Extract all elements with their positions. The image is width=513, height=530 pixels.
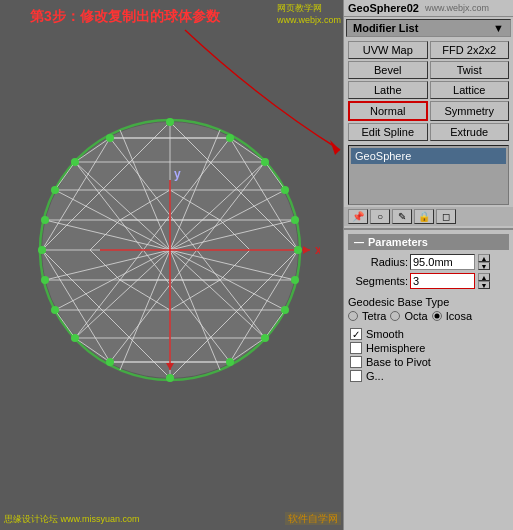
edit-spline-button[interactable]: Edit Spline [348,123,428,141]
gen-mapping-label: G... [366,370,384,382]
octa-radio[interactable] [390,311,400,321]
modifier-list-header[interactable]: Modifier List ▼ [346,19,511,37]
svg-point-68 [71,334,79,342]
lattice-button[interactable]: Lattice [430,81,510,99]
radius-row: Radius: ▲ ▼ [348,254,509,270]
svg-point-58 [166,118,174,126]
stack-toolbar: 📌 ○ ✎ 🔒 ◻ [344,207,513,226]
segments-label: Segments: [348,275,408,287]
svg-point-59 [166,374,174,382]
svg-text:x: x [315,243,320,257]
extrude-button[interactable]: Extrude [430,123,510,141]
svg-point-67 [261,158,269,166]
pin-button[interactable]: 📌 [348,209,368,224]
svg-point-75 [291,216,299,224]
octa-label: Octa [404,310,427,322]
svg-point-62 [106,134,114,142]
geosphere-svg: x y [20,100,320,400]
symmetry-button[interactable]: Symmetry [430,101,510,121]
hemisphere-label: Hemisphere [366,342,425,354]
parameters-section: — Parameters Radius: ▲ ▼ Segments: ▲ ▼ [344,232,513,294]
svg-point-64 [106,358,114,366]
icosa-radio[interactable] [432,311,442,321]
svg-point-77 [291,276,299,284]
gen-mapping-checkbox[interactable] [350,370,362,382]
stack-item-geosphere[interactable]: GeoSphere [351,148,506,164]
uvw-map-button[interactable]: UVW Map [348,41,428,59]
lock-button[interactable]: 🔒 [414,209,434,224]
svg-point-76 [41,276,49,284]
segments-up-button[interactable]: ▲ [478,273,490,281]
svg-point-66 [71,158,79,166]
svg-marker-54 [303,246,310,254]
radius-spinner: ▲ ▼ [478,254,490,270]
edit-button[interactable]: ✎ [392,209,412,224]
modifier-list-dropdown-icon: ▼ [493,22,504,34]
panel-title-bar: GeoSphere02 www.webjx.com [344,0,513,17]
geodesic-section: Geodesic Base Type Tetra Octa Icosa [344,294,513,326]
gen-mapping-row: G... [348,370,509,382]
main-container: 第3步：修改复制出的球体参数 网页教学网 www.webjx.com [0,0,513,530]
segments-row: Segments: ▲ ▼ [348,273,509,289]
display-button[interactable]: ◻ [436,209,456,224]
smooth-checkbox[interactable] [350,328,362,340]
hemisphere-row: Hemisphere [348,342,509,354]
base-to-pivot-label: Base to Pivot [366,356,431,368]
svg-point-69 [261,334,269,342]
hemisphere-checkbox[interactable] [350,342,362,354]
ffd-button[interactable]: FFD 2x2x2 [430,41,510,59]
twist-button[interactable]: Twist [430,61,510,79]
modifier-buttons-grid: UVW Map FFD 2x2x2 Bevel Twist Lathe Latt… [344,39,513,143]
radius-label: Radius: [348,256,408,268]
svg-point-65 [226,358,234,366]
radius-input[interactable] [410,254,475,270]
sphere-container: x y [10,30,330,470]
segments-spinner: ▲ ▼ [478,273,490,289]
svg-marker-79 [330,140,340,155]
base-to-pivot-row: Base to Pivot [348,356,509,368]
svg-text:y: y [174,167,181,181]
collapse-button[interactable]: — [354,237,364,248]
instruction-text: 第3步：修改复制出的球体参数 [30,8,220,26]
normal-button[interactable]: Normal [348,101,428,121]
geodesic-radio-row: Tetra Octa Icosa [348,310,509,322]
section-divider [344,228,513,230]
modifier-stack: GeoSphere [348,145,509,205]
watermark-top: 网页教学网 www.webjx.com [277,2,341,25]
base-to-pivot-checkbox[interactable] [350,356,362,368]
bevel-button[interactable]: Bevel [348,61,428,79]
svg-point-71 [281,186,289,194]
svg-point-61 [294,246,302,254]
lathe-button[interactable]: Lathe [348,81,428,99]
radius-down-button[interactable]: ▼ [478,262,490,270]
svg-point-70 [51,186,59,194]
svg-point-73 [281,306,289,314]
segments-input[interactable] [410,273,475,289]
svg-point-74 [41,216,49,224]
radius-up-button[interactable]: ▲ [478,254,490,262]
geodesic-label: Geodesic Base Type [348,296,509,308]
viewport: 第3步：修改复制出的球体参数 网页教学网 www.webjx.com [0,0,343,530]
svg-point-63 [226,134,234,142]
tetra-radio[interactable] [348,311,358,321]
segments-down-button[interactable]: ▼ [478,281,490,289]
right-panel: GeoSphere02 www.webjx.com Modifier List … [343,0,513,530]
panel-title: GeoSphere02 [348,2,419,14]
svg-point-60 [38,246,46,254]
checkboxes-section: Smooth Hemisphere Base to Pivot G... [344,326,513,386]
icosa-label: Icosa [446,310,472,322]
tetra-label: Tetra [362,310,386,322]
object-button[interactable]: ○ [370,209,390,224]
smooth-label: Smooth [366,328,404,340]
panel-url: www.webjx.com [425,3,489,13]
svg-point-72 [51,306,59,314]
parameters-header: — Parameters [348,234,509,250]
smooth-row: Smooth [348,328,509,340]
watermark-bottom-left: 思缘设计论坛 www.missyuan.com [4,513,140,526]
watermark-bottom-right: 软件自学网 [285,511,341,526]
